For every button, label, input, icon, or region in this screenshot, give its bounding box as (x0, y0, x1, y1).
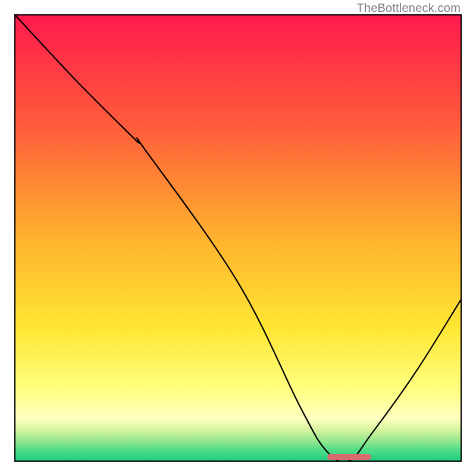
chart-container: TheBottleneck.com (0, 0, 476, 476)
plot-area (14, 14, 462, 462)
optimal-range-marker (327, 454, 372, 460)
attribution-label: TheBottleneck.com (356, 1, 461, 15)
bottleneck-curve (15, 15, 461, 461)
